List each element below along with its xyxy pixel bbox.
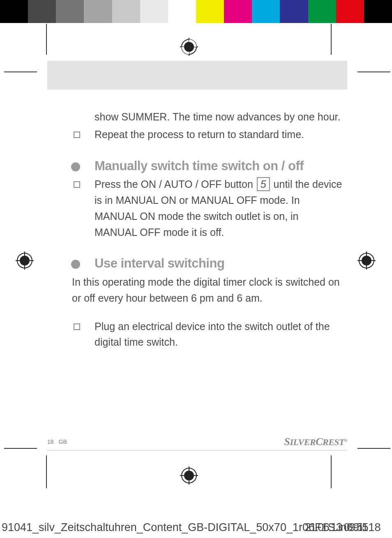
- step-item: Plug an electrical device into the switc…: [72, 319, 343, 351]
- registration-mark-icon: [180, 466, 198, 485]
- section-bullet-icon: [71, 260, 80, 269]
- brand-part: REST: [323, 437, 344, 447]
- page-body: show SUMMER. The time now advances by on…: [72, 109, 343, 350]
- step-text-part: Press the ON / AUTO / OFF button: [95, 178, 256, 190]
- crop-mark: [357, 448, 390, 449]
- checkbox-bullet-icon: [74, 323, 80, 330]
- brand-part: S: [284, 436, 290, 448]
- brand-part: C: [316, 436, 323, 448]
- registration-mark-icon: [180, 38, 198, 56]
- paragraph: In this operating mode the digital timer…: [72, 274, 343, 306]
- print-filename-overlay: 91041_silv_Zeitschaltuhren_Content_GB-DI…: [0, 521, 392, 534]
- paragraph: show SUMMER. The time now advances by on…: [95, 109, 343, 125]
- crop-mark: [4, 72, 37, 72]
- step-item: Press the ON / AUTO / OFF button 5 until…: [72, 176, 343, 240]
- reference-number-box: 5: [257, 177, 270, 191]
- crop-mark: [46, 455, 47, 488]
- section-interval-switching: Use interval switching In this operating…: [72, 256, 343, 350]
- svg-point-2: [184, 42, 194, 52]
- section-bullet-icon: [71, 162, 80, 171]
- registration-mark-icon: [16, 252, 34, 270]
- step-text: Repeat the process to return to standard…: [95, 129, 304, 140]
- crop-mark: [46, 24, 47, 55]
- page-number: 18: [47, 439, 54, 445]
- brand-part: ILVER: [290, 437, 316, 447]
- section-heading: Use interval switching: [95, 256, 343, 272]
- header-band: [47, 61, 347, 90]
- brand-logo: SILVERCREST®: [284, 436, 347, 448]
- section-heading: Manually switch time switch on / off: [95, 158, 343, 174]
- crop-mark: [331, 24, 332, 55]
- checkbox-bullet-icon: [74, 132, 80, 138]
- brand-registered-icon: ®: [344, 438, 347, 443]
- crop-mark: [357, 72, 390, 72]
- footer-rule: [47, 450, 347, 450]
- section-manual-switch: Manually switch time switch on / off Pre…: [72, 158, 343, 240]
- step-item: Repeat the process to return to standard…: [72, 127, 343, 143]
- checkbox-bullet-icon: [74, 181, 80, 188]
- registration-mark-icon: [357, 252, 376, 270]
- crop-mark: [331, 455, 332, 488]
- crop-mark: [4, 448, 37, 449]
- step-text: Plug an electrical device into the switc…: [95, 321, 330, 348]
- print-color-bar: [0, 0, 392, 23]
- page-language: GB: [59, 439, 67, 445]
- print-timestamp: 21.06.13 09:51: [305, 521, 367, 534]
